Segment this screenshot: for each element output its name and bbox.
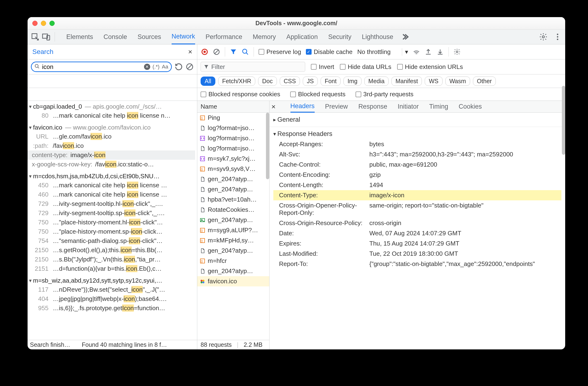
detail-tab-preview[interactable]: Preview [325, 101, 348, 113]
search-icon[interactable] [242, 48, 249, 55]
blocked-requests-checkbox[interactable]: Blocked requests [290, 90, 345, 98]
search-result-line[interactable]: 955…is,6)};_.fs.prototype.getIcon=functi… [28, 303, 195, 313]
filter-chip-all[interactable]: All [201, 77, 215, 86]
filter-chip-img[interactable]: Img [343, 77, 361, 86]
detail-tab-response[interactable]: Response [358, 101, 387, 113]
search-result-line[interactable]: 404…jpeg|jpg|png|tiff|webp|x-icon);base6… [28, 294, 195, 303]
request-row[interactable]: log?format=jso… [197, 123, 269, 133]
request-list-scrollbar[interactable] [266, 113, 269, 179]
request-row[interactable]: {}m=kMFpHd,sy… [197, 235, 269, 246]
request-row[interactable]: log?format=jso… [197, 143, 269, 153]
request-row[interactable]: hpba?vet=10ah… [197, 194, 269, 205]
close-search-panel-button[interactable]: × [188, 48, 192, 56]
filter-chip-font[interactable]: Font [321, 77, 341, 86]
record-icon[interactable] [201, 48, 208, 55]
settings-icon[interactable] [539, 33, 547, 41]
inspect-icon[interactable] [31, 33, 40, 41]
refresh-search-icon[interactable] [175, 63, 183, 71]
throttling-select[interactable]: No throttling▾ [357, 48, 408, 56]
search-result-line[interactable]: 2150…s.getRoot().el(),a);this.icon=this.… [28, 246, 195, 255]
tab-console[interactable]: Console [104, 29, 127, 44]
filter-chip-wasm[interactable]: Wasm [445, 77, 470, 86]
search-result-line[interactable]: 750…"place-history-moment.hl-icon-click"… [28, 218, 195, 227]
tab-security[interactable]: Security [328, 29, 352, 44]
request-row[interactable]: m=syk7,sylc?xj… [197, 153, 269, 164]
request-row[interactable]: gen_204?atyp… [197, 174, 269, 184]
preserve-log-checkbox[interactable]: Preserve log [259, 48, 301, 56]
disable-cache-checkbox[interactable]: ✓Disable cache [306, 48, 353, 56]
response-headers-section-toggle[interactable]: ▾Response Headers [273, 129, 561, 139]
request-row[interactable]: log?format=jso… [197, 133, 269, 143]
regex-toggle[interactable]: (.*) [153, 64, 160, 70]
clear-results-icon[interactable] [186, 63, 194, 71]
download-har-icon[interactable] [437, 48, 444, 55]
request-row[interactable]: {}m=hfcr [197, 256, 269, 266]
invert-checkbox[interactable]: Invert [311, 63, 334, 71]
search-result-line[interactable]: 450…mark canonical cite help icon licens… [28, 181, 195, 190]
hide-extension-urls-checkbox[interactable]: Hide extension URLs [397, 63, 463, 71]
search-result-line[interactable]: :path:/favicon.ico [28, 141, 195, 150]
search-result-line[interactable]: 2150…s.Bb("Jylpdf");_.Vn(this.icon,"tia_… [28, 255, 195, 264]
request-row[interactable]: favicon.ico [197, 276, 269, 286]
request-row[interactable]: {}m=syv9,syv8,V… [197, 164, 269, 174]
filter-chip-ws[interactable]: WS [425, 77, 442, 86]
search-result-line[interactable]: 729…ivity-segment-tooltip.sp-icon-click"… [28, 209, 195, 218]
third-party-checkbox[interactable]: 3rd-party requests [356, 90, 414, 98]
search-input[interactable]: ✕ (.*) Aa [31, 62, 172, 72]
network-settings-icon[interactable] [454, 48, 461, 55]
filter-chip-js[interactable]: JS [303, 77, 318, 86]
close-detail-button[interactable]: × [272, 103, 276, 111]
request-row[interactable]: gen_204?atyp… [197, 266, 269, 276]
filter-chip-fetchxhr[interactable]: Fetch/XHR [218, 77, 255, 86]
upload-har-icon[interactable] [425, 48, 432, 55]
tab-performance[interactable]: Performance [206, 29, 242, 44]
request-row[interactable]: {}m=syg9,aLUfP?… [197, 225, 269, 235]
search-result-line[interactable]: 460…mark canonical cite help icon licens… [28, 190, 195, 199]
search-result-line[interactable]: 2151…d=function(a){var b=this.icon.Eb(),… [28, 264, 195, 273]
detail-tab-timing[interactable]: Timing [429, 101, 448, 113]
search-result-line[interactable]: 729…ivity-segment-tooltip.hl-icon-click"… [28, 199, 195, 209]
tab-elements[interactable]: Elements [66, 29, 93, 44]
detail-tab-headers[interactable]: Headers [291, 101, 315, 113]
search-result-line[interactable]: x-google-scs-row-key:/favicon.ico:static… [28, 160, 195, 169]
tab-lighthouse[interactable]: Lighthouse [362, 29, 393, 44]
general-section-toggle[interactable]: ▸General [273, 115, 561, 125]
filter-chip-manifest[interactable]: Manifest [391, 77, 422, 86]
search-result-line[interactable]: 754…"semantic-path-dialog.sp-icon-click"… [28, 236, 195, 246]
more-panels-icon[interactable] [400, 33, 409, 41]
detail-tab-initiator[interactable]: Initiator [398, 101, 419, 113]
case-toggle[interactable]: Aa [162, 64, 168, 70]
tab-sources[interactable]: Sources [138, 29, 161, 44]
filter-input[interactable]: Filter [201, 62, 305, 72]
detail-tab-cookies[interactable]: Cookies [459, 101, 482, 113]
hide-data-urls-checkbox[interactable]: Hide data URLs [340, 63, 391, 71]
request-row[interactable]: {}Ping [197, 113, 269, 123]
tab-application[interactable]: Application [286, 29, 318, 44]
filter-chip-doc[interactable]: Doc [258, 77, 277, 86]
search-group-toggle[interactable]: ▾favicon.ico — www.google.com/favicon.ic… [28, 123, 195, 132]
request-row[interactable]: gen_204?atyp… [197, 184, 269, 194]
filter-chip-css[interactable]: CSS [280, 77, 300, 86]
filter-chip-other[interactable]: Other [473, 77, 496, 86]
network-conditions-icon[interactable] [413, 48, 420, 55]
kebab-menu-icon[interactable] [553, 33, 562, 41]
search-result-line[interactable]: URL…gle.com/favicon.ico [28, 132, 195, 141]
tab-network[interactable]: Network [172, 29, 195, 44]
clear-icon[interactable] [213, 48, 220, 55]
search-group-toggle[interactable]: ▾m=cdos,hsm,jsa,mb4ZUb,d,csi,cEt90b,SNU… [28, 172, 195, 181]
detail-scrollbar[interactable] [562, 101, 565, 155]
filter-chip-media[interactable]: Media [364, 77, 389, 86]
search-result-line[interactable]: content-type:image/x-icon [28, 150, 195, 160]
device-toggle-icon[interactable] [42, 33, 50, 41]
request-row[interactable]: gen_204?atyp… [197, 215, 269, 225]
search-result-line[interactable]: 750…"place-history-moment.sp-icon-click… [28, 227, 195, 236]
request-row[interactable]: gen_204?atyp… [197, 246, 269, 256]
request-row[interactable]: RotateCookies… [197, 205, 269, 215]
blocked-cookies-checkbox[interactable]: Blocked response cookies [201, 90, 280, 98]
search-group-toggle[interactable]: ▾m=sb_wiz,aa,abd,sy12d,sytt,sytp,sy12c,s… [28, 276, 195, 285]
search-group-toggle[interactable]: ▾cb=gapi.loaded_0 — apis.google.com/_/sc… [28, 102, 195, 111]
search-query-field[interactable] [42, 63, 142, 71]
search-result-line[interactable]: 80…mark canonical cite help icon license… [28, 111, 195, 120]
filter-funnel-icon[interactable] [230, 48, 237, 55]
clear-search-icon[interactable]: ✕ [144, 64, 150, 70]
